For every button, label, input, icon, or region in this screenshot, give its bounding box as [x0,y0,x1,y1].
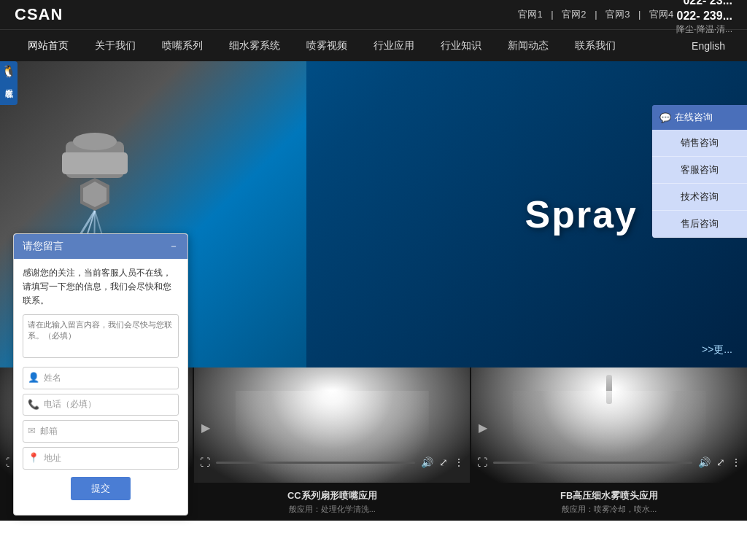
consulting-sales[interactable]: 销售咨询 [652,130,747,157]
phone-2: 022- 239... [676,9,732,24]
chat-textarea[interactable] [23,314,179,358]
nav-item-about[interactable]: 关于我们 [82,30,149,62]
site-link-1[interactable]: 官网1 [518,9,542,20]
qq-icon: 🐧 [1,64,15,79]
nav-item-knowledge[interactable]: 行业知识 [427,30,495,62]
dots-icon-2[interactable]: ⋮ [731,456,741,468]
consulting-title: 在线咨询 [675,111,713,124]
consulting-icon: 💬 [659,112,671,123]
consulting-panel: 💬 在线咨询 销售咨询 客服咨询 技术咨询 售后咨询 [652,105,747,238]
video-subtitle-2: 般应用：喷雾冷却，喷水... [477,504,741,515]
chat-name-placeholder: 姓名 [44,371,61,385]
volume-icon-2[interactable]: 🔊 [698,456,711,468]
top-bar: CSAN 官网1 | 官网2 | 官网3 | 官网4 022- 23... 02… [0,0,747,29]
online-service-sidebar[interactable]: 🐧 在线客服 [0,61,18,105]
consulting-tech[interactable]: 技术咨询 [652,184,747,211]
address-icon: 📍 [28,451,39,466]
chat-submit-row: 提交 [23,470,179,508]
site-link-3[interactable]: 官网3 [605,9,630,20]
phone-icon: 📞 [28,397,39,413]
dots-icon-1[interactable]: ⋮ [454,456,464,468]
video-progress-1 [216,462,415,464]
nav-item-mist[interactable]: 细水雾系统 [216,30,293,62]
video-controls-1: ⛶ 🔊 ⤢ ⋮ [194,454,470,471]
nav-item-nozzles[interactable]: 喷嘴系列 [149,30,216,62]
chat-field-phone[interactable]: 📞 电话（必填） [23,394,179,416]
main-nav: 网站首页 关于我们 喷嘴系列 细水雾系统 喷雾视频 行业应用 行业知识 新闻动态… [0,29,747,61]
nav-item-news[interactable]: 新闻动态 [495,30,562,62]
video-title-1: CC系列扇形喷嘴应用 [200,489,464,502]
chat-popup-title: 请您留言 [23,240,63,253]
svg-rect-1 [62,152,128,174]
nav-item-contact[interactable]: 联系我们 [562,30,629,62]
site-link-4[interactable]: 官网4 [649,9,673,20]
chat-field-email[interactable]: ✉ 邮箱 [23,420,179,443]
nav-english[interactable]: English [684,40,732,52]
site-link-2[interactable]: 官网2 [562,9,586,20]
chat-message: 感谢您的关注，当前客服人员不在线，请填写一下您的信息，我们会尽快和您联系。 [23,266,179,308]
video-info-1: CC系列扇形喷嘴应用 般应用：处理化学清洗... [194,483,470,521]
fullscreen-icon-2[interactable]: ⛶ [477,456,487,468]
chat-email-placeholder: 邮箱 [40,424,58,438]
chat-field-address[interactable]: 📍 地址 [23,447,179,470]
consulting-aftersale[interactable]: 售后咨询 [652,211,747,238]
video-controls-2: ⛶ 🔊 ⤢ ⋮ [471,454,747,471]
consulting-service[interactable]: 客服咨询 [652,157,747,184]
hero-more-link[interactable]: >>更... [702,343,732,357]
site-links: 官网1 | 官网2 | 官网3 | 官网4 [515,8,676,21]
chat-submit-button[interactable]: 提交 [71,477,131,500]
fullscreen-icon-1[interactable]: ⛶ [200,456,210,468]
site-logo[interactable]: CSAN [15,5,63,24]
chat-popup: 请您留言 － 感谢您的关注，当前客服人员不在线，请填写一下您的信息，我们会尽快和… [13,233,188,516]
phone-1: 022- 23... [676,0,732,9]
email-icon: ✉ [28,424,36,439]
user-icon: 👤 [28,370,39,386]
video-title-2: FB高压细水雾喷头应用 [477,489,741,502]
phone-info: 022- 23... 022- 239... 降尘·降温·清... [676,0,732,36]
chat-field-name[interactable]: 👤 姓名 [23,367,179,389]
svg-point-2 [73,133,117,150]
chat-popup-body: 感谢您的关注，当前客服人员不在线，请填写一下您的信息，我们会尽快和您联系。 👤 … [14,259,187,515]
hero-text: Spray [525,192,638,236]
chat-phone-placeholder: 电话（必填） [44,397,96,411]
play-button-2[interactable]: ▶ [479,421,487,435]
nav-item-industry[interactable]: 行业应用 [360,30,427,62]
video-subtitle-1: 般应用：处理化学清洗... [200,504,464,515]
tagline: 降尘·降温·清... [676,24,732,36]
chat-address-placeholder: 地址 [44,451,61,465]
chat-popup-header: 请您留言 － [14,234,187,259]
expand-icon-1[interactable]: ⤢ [439,456,448,468]
video-progress-2 [493,462,692,464]
video-card-2: ▶ ⛶ 🔊 ⤢ ⋮ FB高压细水雾喷头应用 般应用：喷雾冷却，喷水... [471,368,747,521]
video-card-1: ▶ ⛶ 🔊 ⤢ ⋮ CC系列扇形喷嘴应用 般应用：处理化学清洗... [194,368,471,521]
nav-item-video[interactable]: 喷雾视频 [293,30,360,62]
consulting-header: 💬 在线咨询 [652,105,747,130]
play-button-1[interactable]: ▶ [201,421,210,435]
video-info-2: FB高压细水雾喷头应用 般应用：喷雾冷却，喷水... [471,483,747,521]
chat-minimize-button[interactable]: － [169,240,179,253]
volume-icon-1[interactable]: 🔊 [421,456,433,468]
expand-icon-2[interactable]: ⤢ [716,456,725,468]
nav-item-home[interactable]: 网站首页 [15,30,82,62]
